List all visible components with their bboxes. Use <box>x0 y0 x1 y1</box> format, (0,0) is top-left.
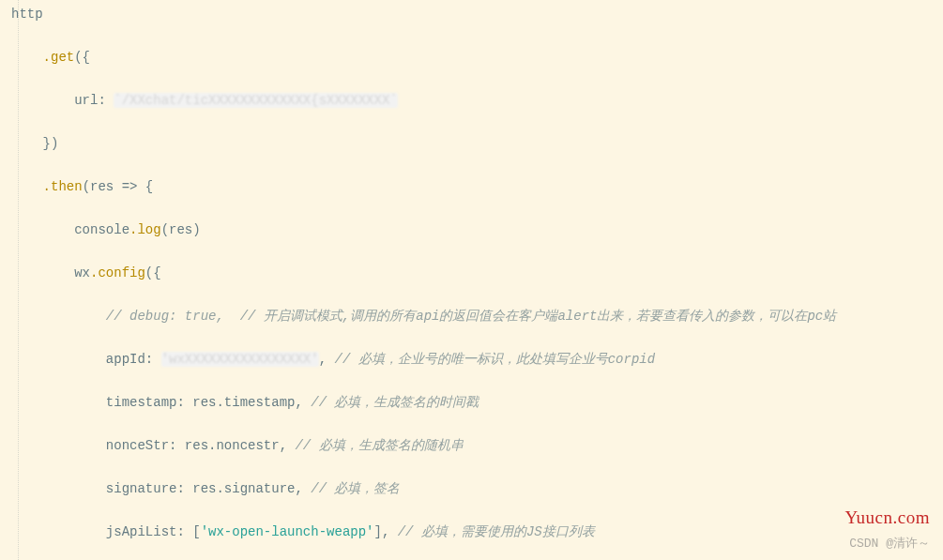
code-line: .get({ <box>11 47 943 68</box>
code-line: nonceStr: res.noncestr, // 必填，生成签名的随机串 <box>11 435 943 457</box>
code-line: url: `/XXchat/ticXXXXXXXXXXXXX{sXXXXXXXX… <box>11 90 943 112</box>
code-line: timestamp: res.timestamp, // 必填，生成签名的时间戳 <box>11 392 943 414</box>
code-line: signature: res.signature, // 必填，签名 <box>11 478 943 500</box>
code-line: http <box>11 4 943 25</box>
watermark-text: Yuucn.com <box>844 507 930 528</box>
code-line: }) <box>11 133 943 155</box>
attribution-text: CSDN @清许～ <box>849 533 930 554</box>
code-line: jsApiList: ['wx-open-launch-weapp'], // … <box>11 522 943 543</box>
code-line: .then(res => { <box>11 176 943 198</box>
code-line: // debug: true, // 开启调试模式,调用的所有api的返回值会在… <box>11 306 943 327</box>
code-line: console.log(res) <box>11 219 943 241</box>
code-line: wx.config({ <box>11 263 943 284</box>
code-line: appId: 'wxXXXXXXXXXXXXXXXX', // 必填，企业号的唯… <box>11 349 943 371</box>
code-block: http .get({ url: `/XXchat/ticXXXXXXXXXXX… <box>0 0 943 560</box>
code-gutter <box>0 0 19 560</box>
